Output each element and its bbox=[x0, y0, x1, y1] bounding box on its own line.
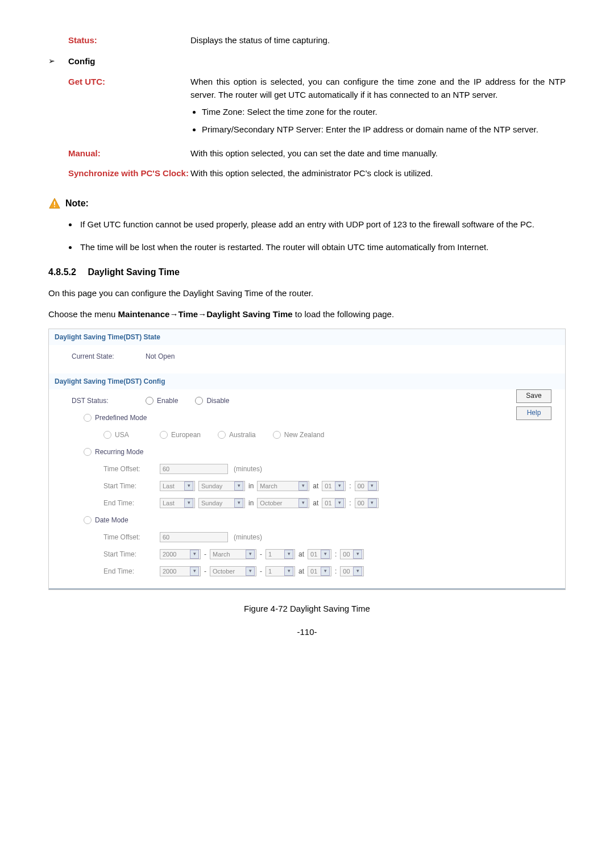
region-european-label: European bbox=[171, 430, 201, 440]
chevron-down-icon: ▾ bbox=[246, 567, 255, 576]
chevron-down-icon: ▾ bbox=[184, 499, 193, 508]
dash-2: - bbox=[260, 549, 262, 559]
chevron-down-icon: ▾ bbox=[284, 567, 293, 576]
radio-region-european[interactable] bbox=[160, 431, 168, 439]
at-word-2: at bbox=[313, 498, 318, 508]
chevron-down-icon: ▾ bbox=[353, 550, 362, 559]
recurring-time-offset-input[interactable]: 60 bbox=[160, 464, 228, 474]
figure-caption: Figure 4-72 Daylight Saving Time bbox=[48, 603, 566, 616]
recurring-end-day[interactable]: Sunday▾ bbox=[198, 498, 245, 508]
recurring-start-hour[interactable]: 01▾ bbox=[322, 481, 346, 491]
dst-status-label: DST Status: bbox=[72, 396, 146, 406]
chevron-down-icon: ▾ bbox=[368, 499, 377, 508]
recurring-start-day[interactable]: Sunday▾ bbox=[198, 481, 245, 491]
enable-label: Enable bbox=[157, 396, 178, 406]
chevron-down-icon: ▾ bbox=[234, 499, 243, 508]
arrow-bullet-icon: ➢ bbox=[48, 55, 68, 67]
minutes-label-1: (minutes) bbox=[234, 464, 262, 474]
radio-predefined-mode[interactable] bbox=[84, 414, 92, 422]
nav-suffix: to load the following page. bbox=[293, 309, 394, 319]
date-end-month[interactable]: October▾ bbox=[210, 566, 256, 576]
radio-region-australia[interactable] bbox=[218, 431, 226, 439]
date-end-time-label: End Time: bbox=[72, 566, 160, 576]
chevron-down-icon: ▾ bbox=[335, 481, 344, 491]
section-intro: On this page you can configure the Dayli… bbox=[48, 287, 566, 300]
date-start-year[interactable]: 2000▾ bbox=[160, 549, 201, 559]
recurring-start-month[interactable]: March▾ bbox=[257, 481, 309, 491]
chevron-down-icon: ▾ bbox=[184, 481, 193, 491]
chevron-down-icon: ▾ bbox=[353, 567, 362, 576]
recurring-mode-label: Recurring Mode bbox=[95, 447, 143, 457]
desc-manual: With this option selected, you can set t… bbox=[190, 147, 566, 160]
date-start-time-label: Start Time: bbox=[72, 549, 160, 559]
chevron-down-icon: ▾ bbox=[321, 567, 330, 576]
in-word-1: in bbox=[248, 481, 254, 491]
nav-prefix: Choose the menu bbox=[48, 309, 118, 319]
recurring-end-week[interactable]: Last▾ bbox=[160, 498, 195, 508]
date-start-hour[interactable]: 01▾ bbox=[308, 549, 331, 559]
dst-state-title: Daylight Saving Time(DST) State bbox=[49, 329, 565, 345]
term-getutc: Get UTC: bbox=[48, 76, 190, 89]
section-title: Daylight Saving Time bbox=[88, 267, 180, 277]
date-end-day[interactable]: 1▾ bbox=[265, 566, 295, 576]
recurring-start-time-label: Start Time: bbox=[72, 481, 160, 491]
radio-recurring-mode[interactable] bbox=[84, 448, 92, 456]
chevron-down-icon: ▾ bbox=[190, 550, 199, 559]
date-start-minute[interactable]: 00▾ bbox=[340, 549, 364, 559]
warning-icon bbox=[48, 197, 61, 210]
date-start-month[interactable]: March▾ bbox=[210, 549, 256, 559]
chevron-down-icon: ▾ bbox=[298, 481, 308, 491]
in-word-2: in bbox=[248, 498, 254, 508]
svg-rect-1 bbox=[54, 201, 55, 205]
svg-rect-2 bbox=[54, 206, 55, 207]
nav-path: Maintenance→Time→Daylight Saving Time bbox=[118, 309, 293, 319]
recurring-start-week[interactable]: Last▾ bbox=[160, 481, 195, 491]
section-number: 4.8.5.2 bbox=[48, 267, 76, 277]
date-mode-label: Date Mode bbox=[95, 515, 128, 525]
chevron-down-icon: ▾ bbox=[246, 550, 255, 559]
date-end-year[interactable]: 2000▾ bbox=[160, 566, 201, 576]
save-button[interactable]: Save bbox=[516, 389, 551, 403]
date-time-offset-label: Time Offset: bbox=[72, 532, 160, 542]
help-button[interactable]: Help bbox=[516, 406, 551, 420]
page-number: -110- bbox=[48, 626, 566, 639]
dash-4: - bbox=[260, 566, 262, 576]
recurring-end-minute[interactable]: 00▾ bbox=[355, 498, 379, 508]
date-start-day[interactable]: 1▾ bbox=[265, 549, 295, 559]
getutc-bullet-ntp: Primary/Secondary NTP Server: Enter the … bbox=[202, 123, 566, 136]
region-usa-label: USA bbox=[115, 430, 129, 440]
term-sync-pc-clock: Synchronize with PC'S Clock: bbox=[48, 167, 190, 180]
chevron-down-icon: ▾ bbox=[190, 567, 199, 576]
radio-disable[interactable] bbox=[195, 397, 203, 405]
chevron-down-icon: ▾ bbox=[321, 550, 330, 559]
recurring-time-offset-label: Time Offset: bbox=[72, 464, 160, 474]
desc-sync-pc-clock: With this option selected, the administr… bbox=[190, 167, 566, 180]
radio-date-mode[interactable] bbox=[84, 516, 92, 524]
date-time-offset-input[interactable]: 60 bbox=[160, 532, 228, 542]
recurring-end-month[interactable]: October▾ bbox=[257, 498, 309, 508]
dst-config-title: Daylight Saving Time(DST) Config bbox=[49, 373, 565, 389]
recurring-end-hour[interactable]: 01▾ bbox=[322, 498, 346, 508]
current-state-label: Current State: bbox=[72, 351, 146, 362]
at-word-4: at bbox=[298, 566, 304, 576]
desc-status: Displays the status of time capturing. bbox=[190, 34, 566, 47]
term-status: Status: bbox=[48, 34, 190, 47]
term-manual: Manual: bbox=[48, 147, 190, 160]
note-item-1: If Get UTC function cannot be used prope… bbox=[78, 217, 566, 232]
dash-1: - bbox=[204, 549, 206, 559]
chevron-down-icon: ▾ bbox=[298, 499, 308, 508]
chevron-down-icon: ▾ bbox=[368, 481, 377, 491]
date-end-hour[interactable]: 01▾ bbox=[308, 566, 331, 576]
chevron-down-icon: ▾ bbox=[335, 499, 344, 508]
section-heading: 4.8.5.2 Daylight Saving Time bbox=[48, 265, 566, 279]
minutes-label-2: (minutes) bbox=[234, 532, 262, 542]
config-heading: Config bbox=[68, 55, 95, 68]
recurring-start-minute[interactable]: 00▾ bbox=[355, 481, 379, 491]
radio-region-usa[interactable] bbox=[103, 431, 111, 439]
radio-enable[interactable] bbox=[146, 397, 154, 405]
at-word-1: at bbox=[313, 481, 318, 491]
date-end-minute[interactable]: 00▾ bbox=[340, 566, 364, 576]
radio-region-newzealand[interactable] bbox=[273, 431, 281, 439]
nav-instruction: Choose the menu Maintenance→Time→Dayligh… bbox=[48, 308, 566, 321]
chevron-down-icon: ▾ bbox=[234, 481, 243, 491]
